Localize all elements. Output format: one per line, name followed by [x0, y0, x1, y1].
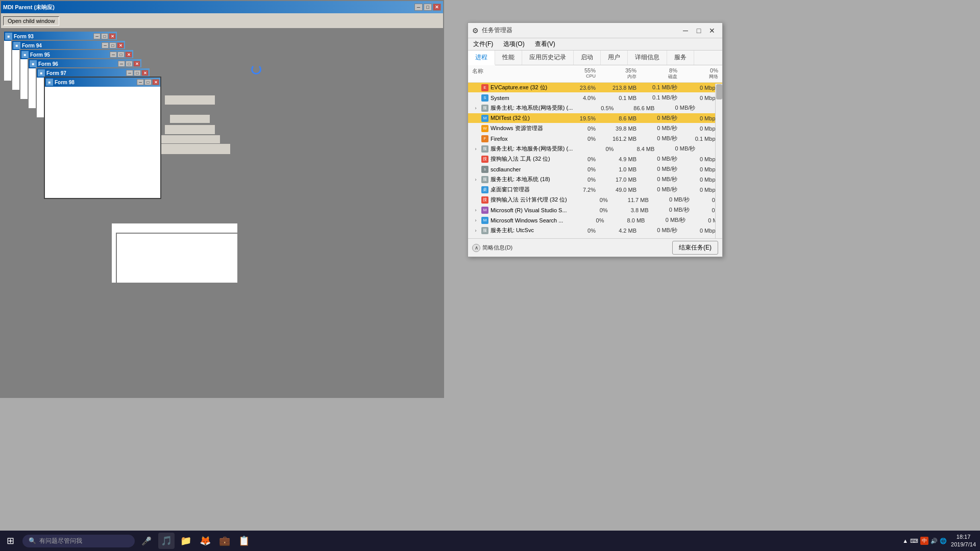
scrollbar[interactable] — [715, 84, 722, 238]
form96-restore[interactable]: □ — [126, 61, 133, 67]
form98-content — [45, 87, 160, 198]
tray-ime[interactable]: 中 — [920, 537, 928, 545]
close-button[interactable]: ✕ — [433, 4, 441, 11]
expand-arrow-icon[interactable]: › — [472, 227, 479, 234]
form93-minimize[interactable]: ─ — [93, 33, 101, 39]
process-row[interactable]: ›服服务主机: 本地服务(网络受限) (...0%8.4 MB0 MB/秒0 M… — [468, 144, 722, 154]
restore-button[interactable]: □ — [424, 4, 432, 11]
open-child-window-button[interactable]: Open child window — [3, 16, 59, 26]
process-disk: 0 MB/秒 — [636, 135, 677, 142]
form98-minimize[interactable]: ─ — [137, 79, 144, 85]
process-row[interactable]: 搜搜狗输入法 云计算代理 (32 位)0%11.7 MB0 MB/秒0 Mbps — [468, 195, 722, 205]
start-button[interactable]: ⊞ — [0, 531, 20, 551]
form96-minimize[interactable]: ─ — [118, 61, 125, 67]
tm-close-button[interactable]: ✕ — [706, 24, 718, 37]
process-net: 0 Mbps — [677, 177, 718, 183]
expand-arrow-icon[interactable]: › — [472, 145, 479, 153]
tm-menu-options[interactable]: 选项(O) — [500, 39, 527, 49]
process-name: ›服服务主机: 本地系统 (18) — [472, 176, 555, 183]
process-row[interactable]: ›MMicrosoft (R) Visual Studio S...0%3.8 … — [468, 205, 722, 215]
expand-arrow-icon[interactable]: › — [472, 217, 479, 224]
expand-arrow-icon[interactable]: › — [472, 105, 479, 112]
process-row[interactable]: ›MMicrosoft Windows Search ...0%8.0 MB0 … — [468, 215, 722, 226]
tm-menu-file[interactable]: 文件(F) — [470, 39, 496, 49]
process-row[interactable]: SSystem4.0%0.1 MB0.1 MB/秒0 Mbps — [468, 93, 722, 103]
form94-minimize[interactable]: ─ — [102, 42, 109, 48]
process-mem: 161.2 MB — [596, 136, 636, 142]
tray-network[interactable]: 🌐 — [940, 538, 947, 544]
form93-btns: ─ □ ✕ — [93, 33, 116, 39]
col-header-cpu[interactable]: 55%CPU — [555, 67, 596, 80]
process-row[interactable]: FFirefox0%161.2 MB0 MB/秒0.1 Mbps — [468, 134, 722, 144]
summary-label: 简略信息(D) — [482, 244, 512, 252]
form93-restore[interactable]: □ — [101, 33, 108, 39]
task-manager-footer: ∧ 简略信息(D) 结束任务(E) — [468, 238, 722, 257]
task-manager-title-buttons: ─ □ ✕ — [679, 24, 718, 37]
search-bar[interactable]: 🔍 有问题尽管问我 — [22, 535, 135, 547]
process-disk: 0.1 MB/秒 — [636, 94, 677, 102]
form95-restore[interactable]: □ — [117, 52, 125, 58]
form94-close[interactable]: ✕ — [117, 42, 124, 48]
tab-processes[interactable]: 进程 — [468, 51, 495, 65]
process-row[interactable]: 桌桌面窗口管理器7.2%49.0 MB0 MB/秒0 Mbps — [468, 185, 722, 195]
expand-arrow-icon[interactable]: › — [472, 207, 479, 214]
mic-icon[interactable]: 🎤 — [139, 533, 154, 548]
tab-users[interactable]: 用户 — [601, 51, 628, 65]
form96-close[interactable]: ✕ — [133, 61, 140, 67]
form93-close[interactable]: ✕ — [109, 33, 116, 39]
process-row[interactable]: sscdlauncher0%1.0 MB0 MB/秒0 Mbps — [468, 164, 722, 174]
process-row[interactable]: MMDITest (32 位)19.5%8.6 MB0 MB/秒0 Mbps — [468, 113, 722, 123]
tab-details[interactable]: 详细信息 — [628, 51, 667, 65]
taskbar-icon-files[interactable]: 📁 — [178, 533, 194, 549]
tab-services[interactable]: 服务 — [667, 51, 694, 65]
tab-app-history[interactable]: 应用历史记录 — [522, 51, 574, 65]
col-header-name[interactable]: 名称 — [472, 67, 555, 80]
mdi-child-form98[interactable]: ■ Form 98 ─ □ ✕ — [44, 77, 161, 199]
process-name-text: 服务主机: 本地系统 (18) — [491, 176, 550, 183]
tm-menu-view[interactable]: 查看(V) — [532, 39, 558, 49]
tm-restore-button[interactable]: □ — [693, 24, 705, 37]
taskbar-right: ▲ ⌨ 中 🔊 🌐 18:17 2019/7/14 — [902, 533, 980, 549]
form97-restore[interactable]: □ — [134, 70, 141, 76]
form98-close[interactable]: ✕ — [152, 79, 159, 85]
process-row[interactable]: 搜搜狗输入法 工具 (32 位)0%4.9 MB0 MB/秒0 Mbps — [468, 154, 722, 164]
expand-button[interactable]: ∧ — [472, 244, 480, 252]
scrollbar-thumb[interactable] — [716, 84, 722, 99]
col-header-mem[interactable]: 35%内存 — [596, 67, 636, 80]
tab-performance[interactable]: 性能 — [495, 51, 522, 65]
taskbar-icon-3[interactable]: 💼 — [216, 533, 233, 549]
end-task-button[interactable]: 结束任务(E) — [672, 241, 718, 255]
process-icon: 搜 — [481, 156, 488, 163]
mdi-parent-window[interactable]: MDI Parent (未响应) ─ □ ✕ Open child window… — [0, 0, 444, 398]
task-manager-window[interactable]: ⚙ 任务管理器 ─ □ ✕ 文件(F) 选项(O) 查看(V) 进程 性能 应用… — [468, 22, 723, 257]
process-name: ›服服务主机: 本地系统(网络受限) (... — [472, 104, 573, 112]
form95-minimize[interactable]: ─ — [110, 52, 117, 58]
minimize-button[interactable]: ─ — [414, 4, 423, 11]
taskbar-icon-4[interactable]: 📋 — [236, 533, 252, 549]
process-row[interactable]: EEVCapture.exe (32 位)23.6%213.8 MB0.1 MB… — [468, 83, 722, 93]
process-row[interactable]: WWindows 资源管理器0%39.8 MB0 MB/秒0 Mbps — [468, 123, 722, 134]
tm-minimize-button[interactable]: ─ — [679, 24, 692, 37]
form97-minimize[interactable]: ─ — [126, 70, 133, 76]
taskbar-icon-firefox[interactable]: 🦊 — [197, 533, 213, 549]
clock[interactable]: 18:17 2019/7/14 — [951, 533, 976, 549]
tray-volume[interactable]: 🔊 — [930, 538, 938, 544]
col-header-disk[interactable]: 8%磁盘 — [636, 67, 677, 80]
form98-restore[interactable]: □ — [144, 79, 152, 85]
col-header-net[interactable]: 0%网络 — [677, 67, 718, 80]
form94-restore[interactable]: □ — [109, 42, 116, 48]
tray-chevron[interactable]: ▲ — [902, 538, 908, 544]
process-row[interactable]: ›服服务主机: 本地系统 (18)0%17.0 MB0 MB/秒0 Mbps — [468, 174, 722, 185]
expand-arrow-icon[interactable]: › — [472, 176, 479, 183]
search-text: 有问题尽管问我 — [39, 537, 82, 545]
form95-close[interactable]: ✕ — [125, 52, 132, 58]
taskbar-icon-kugou[interactable]: 🎵 — [158, 533, 175, 549]
process-disk: 0 MB/秒 — [636, 155, 677, 163]
process-row[interactable]: ›服服务主机: UtcSvc0%4.2 MB0 MB/秒0 Mbps — [468, 226, 722, 236]
tray-keyboard[interactable]: ⌨ — [910, 538, 918, 544]
form97-close[interactable]: ✕ — [141, 70, 149, 76]
process-name: SSystem — [472, 94, 555, 102]
process-list[interactable]: EEVCapture.exe (32 位)23.6%213.8 MB0.1 MB… — [468, 83, 722, 241]
tab-startup[interactable]: 启动 — [574, 51, 601, 65]
process-row[interactable]: ›服服务主机: 本地系统(网络受限) (...0.5%86.6 MB0 MB/秒… — [468, 103, 722, 113]
